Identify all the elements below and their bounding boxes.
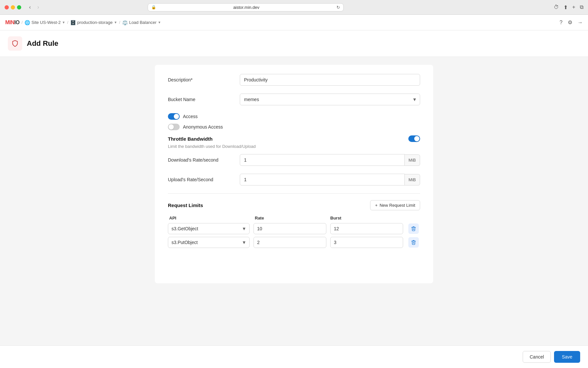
api-select-wrapper-1: s3.GetObject ▼ — [168, 223, 250, 234]
access-toggle-thumb — [174, 114, 179, 119]
page-title: Add Rule — [27, 39, 58, 48]
trash-icon-1 — [411, 226, 416, 231]
site-chevron-icon: ▼ — [62, 21, 65, 24]
table-header: API Rate Burst — [168, 216, 420, 220]
cell-rate-2 — [253, 237, 326, 248]
upload-rate-control: MiB — [240, 174, 420, 185]
bucket-select-wrapper: memes ▼ — [240, 94, 420, 105]
breadcrumb-lb-label: Load Balancer — [129, 20, 156, 25]
new-request-limit-button[interactable]: + New Request Limit — [370, 200, 420, 210]
page-header: Add Rule — [0, 30, 588, 57]
breadcrumb-site[interactable]: 🌐 Site US-West-2 ▼ — [24, 20, 65, 25]
forward-button[interactable]: › — [35, 4, 41, 11]
download-rate-control: MiB — [240, 154, 420, 166]
request-limits-section: Request Limits + New Request Limit API R… — [168, 200, 420, 248]
bucket-name-select[interactable]: memes — [240, 94, 420, 105]
table-row: s3.PutObject ▼ — [168, 237, 420, 248]
delete-row-1-button[interactable] — [408, 223, 419, 234]
tabs-button[interactable]: ⧉ — [580, 4, 583, 10]
toggles-block: Access Anonymous Access — [168, 113, 420, 130]
col-header-rate: Rate — [255, 216, 326, 220]
description-row: Description* — [168, 74, 420, 86]
back-button[interactable]: ‹ — [27, 4, 33, 11]
downloads-button[interactable]: ⏱ — [554, 4, 559, 10]
url-text: aistor.min.dev — [158, 5, 335, 10]
traffic-light-close[interactable] — [5, 5, 9, 9]
api-select-2[interactable]: s3.PutObject — [168, 237, 250, 248]
download-rate-input-group: MiB — [240, 154, 420, 166]
storage-chevron-icon: ▼ — [114, 21, 117, 24]
rate-input-2[interactable] — [253, 237, 326, 248]
throttle-block: Throttle Bandwidth Limit the bandwidth u… — [168, 135, 420, 185]
traffic-lights — [5, 5, 21, 9]
traffic-light-maximize[interactable] — [17, 5, 21, 9]
breadcrumb: MINIO / 🌐 Site US-West-2 ▼ / 🗄️ producti… — [5, 20, 161, 26]
api-select-1[interactable]: s3.GetObject — [168, 223, 250, 234]
reload-button[interactable]: ↻ — [336, 5, 340, 10]
site-icon: 🌐 — [24, 20, 30, 25]
section-divider — [168, 193, 420, 194]
lb-chevron-icon: ▼ — [158, 21, 161, 24]
bucket-name-row: Bucket Name memes ▼ — [168, 94, 420, 105]
breadcrumb-lb[interactable]: ⚖️ Load Balancer ▼ — [122, 20, 161, 25]
col-header-burst: Burst — [330, 216, 402, 220]
throttle-subtitle: Limit the bandwidth used for Download/Up… — [168, 144, 420, 149]
upload-rate-unit: MiB — [405, 174, 420, 185]
cancel-button[interactable]: Cancel — [523, 351, 551, 363]
trash-icon-2 — [411, 240, 416, 245]
address-bar[interactable]: 🔒 aistor.min.dev ↻ — [148, 3, 344, 11]
request-limits-header: Request Limits + New Request Limit — [168, 200, 420, 210]
throttle-title: Throttle Bandwidth — [168, 136, 213, 142]
app-toolbar: MINIO / 🌐 Site US-West-2 ▼ / 🗄️ producti… — [0, 15, 588, 30]
col-header-api: API — [169, 216, 251, 220]
page-footer: Cancel Save — [0, 345, 588, 368]
page-icon-container — [8, 36, 22, 51]
browser-chrome: ‹ › 🔒 aistor.min.dev ↻ ⏱ ⬆ + ⧉ — [0, 0, 588, 15]
cell-rate-1 — [253, 223, 326, 234]
app-logo: MINIO — [5, 20, 20, 26]
download-rate-unit: MiB — [405, 154, 420, 166]
upload-rate-input-group: MiB — [240, 174, 420, 185]
description-control — [240, 74, 420, 86]
bucket-name-control: memes ▼ — [240, 94, 420, 105]
new-limit-plus-icon: + — [375, 203, 378, 208]
download-rate-row: Download's Rate/second MiB — [168, 154, 420, 166]
burst-input-2[interactable] — [330, 237, 403, 248]
traffic-light-minimize[interactable] — [11, 5, 15, 9]
browser-nav: ‹ › — [27, 4, 41, 11]
api-select-wrapper-2: s3.PutObject ▼ — [168, 237, 250, 248]
logout-button[interactable]: → — [578, 20, 583, 26]
breadcrumb-storage[interactable]: 🗄️ production-storage ▼ — [70, 20, 117, 25]
upload-rate-row: Upload's Rate/Second MiB — [168, 174, 420, 185]
access-toggle[interactable] — [168, 113, 180, 120]
anonymous-access-toggle-label: Anonymous Access — [183, 124, 223, 130]
burst-input-1[interactable] — [330, 223, 403, 234]
share-button[interactable]: ⬆ — [564, 4, 568, 10]
anonymous-access-toggle[interactable] — [168, 124, 180, 130]
new-tab-button[interactable]: + — [572, 4, 575, 10]
throttle-toggle[interactable] — [408, 135, 420, 142]
rate-input-1[interactable] — [253, 223, 326, 234]
download-rate-input[interactable] — [240, 154, 405, 166]
col-header-action — [406, 216, 419, 220]
table-row: s3.GetObject ▼ — [168, 223, 420, 234]
toolbar-right: ? ⚙ → — [560, 19, 583, 26]
cell-api-1: s3.GetObject ▼ — [168, 223, 250, 234]
throttle-header: Throttle Bandwidth — [168, 135, 420, 142]
settings-button[interactable]: ⚙ — [568, 19, 572, 26]
bucket-name-label: Bucket Name — [168, 94, 233, 102]
browser-actions: ⏱ ⬆ + ⧉ — [554, 4, 583, 10]
throttle-toggle-thumb — [414, 136, 419, 141]
cell-action-2 — [407, 237, 420, 248]
save-button[interactable]: Save — [554, 351, 580, 363]
help-button[interactable]: ? — [560, 20, 563, 26]
breadcrumb-storage-label: production-storage — [77, 20, 112, 25]
shield-icon — [11, 40, 19, 47]
anonymous-access-toggle-row: Anonymous Access — [168, 124, 420, 130]
new-limit-label: New Request Limit — [380, 203, 415, 208]
upload-rate-label: Upload's Rate/Second — [168, 174, 233, 182]
description-input[interactable] — [240, 74, 420, 86]
lb-icon: ⚖️ — [122, 20, 128, 25]
delete-row-2-button[interactable] — [408, 237, 419, 248]
upload-rate-input[interactable] — [240, 174, 405, 185]
